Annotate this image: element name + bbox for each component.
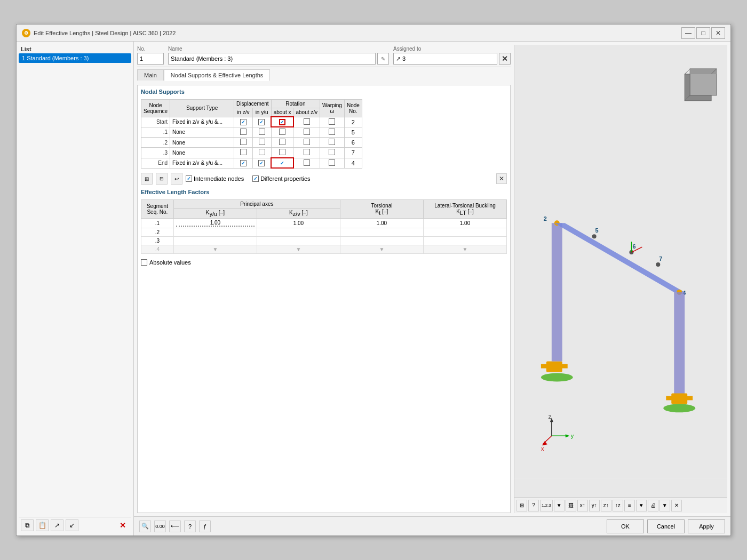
row-rotz-3[interactable] <box>293 148 320 158</box>
export-button[interactable]: ↗ <box>51 519 63 531</box>
checkbox[interactable] <box>240 119 247 125</box>
checkbox[interactable] <box>279 129 285 135</box>
ok-button[interactable]: OK <box>607 519 644 533</box>
row-dispz-2[interactable] <box>234 138 252 148</box>
row-dispy-start[interactable] <box>252 117 271 127</box>
row-dispy-1[interactable] <box>252 127 271 138</box>
no-input[interactable] <box>137 53 164 65</box>
add-row-button[interactable]: ⊞ <box>141 173 153 185</box>
sidebar-item-standard[interactable]: 1 Standard (Members : 3) <box>19 53 131 63</box>
checkbox[interactable] <box>259 149 265 155</box>
checkbox[interactable] <box>304 159 310 166</box>
view-tool-7[interactable]: z↑ <box>601 500 611 511</box>
checkbox[interactable] <box>304 118 310 125</box>
row-rotz-end[interactable] <box>293 158 320 168</box>
tab-main[interactable]: Main <box>137 69 164 81</box>
view-tool-6[interactable]: y↑ <box>589 500 600 511</box>
checkbox[interactable] <box>329 118 335 125</box>
view-tool-9[interactable]: ≡ <box>624 500 635 511</box>
different-properties-checkbox[interactable] <box>252 175 259 182</box>
row-dispz-1[interactable] <box>234 127 252 138</box>
row-rotz-2[interactable] <box>293 138 320 148</box>
bottom-icon-5[interactable]: ƒ <box>199 521 211 532</box>
tab-nodal[interactable]: Nodal Supports & Effective Lengths <box>164 69 270 81</box>
row-warp-2[interactable] <box>320 138 345 148</box>
checkbox[interactable] <box>304 149 310 155</box>
absolute-values-checkbox[interactable] <box>141 259 147 266</box>
delete-button[interactable]: ✕ <box>116 519 129 531</box>
row-rotx-1[interactable] <box>271 127 293 138</box>
view-tool-2[interactable]: ? <box>528 500 539 511</box>
checkbox[interactable] <box>279 160 285 166</box>
different-properties-label[interactable]: Different properties <box>252 175 310 182</box>
row-rotz-1[interactable] <box>293 127 320 138</box>
checkbox[interactable] <box>329 149 335 155</box>
assigned-to-x-button[interactable]: ✕ <box>499 53 511 65</box>
view-tool-8[interactable]: ↑z <box>613 500 623 511</box>
elf-kt-1[interactable] <box>340 219 423 228</box>
row-dispy-end[interactable] <box>252 158 271 168</box>
elf-kzv-1-input[interactable] <box>259 220 338 226</box>
row-rotx-end[interactable] <box>271 158 293 168</box>
checkbox[interactable] <box>259 139 265 145</box>
row-dispz-start[interactable] <box>234 117 252 127</box>
bottom-icon-2[interactable]: 0.00 <box>154 521 166 532</box>
row-dispy-3[interactable] <box>252 148 271 158</box>
edit-name-button[interactable]: ✎ <box>377 53 389 65</box>
intermediate-nodes-checkbox[interactable] <box>186 175 192 182</box>
checkbox[interactable] <box>329 129 335 135</box>
row-dispz-end[interactable] <box>234 158 252 168</box>
checkbox[interactable] <box>279 119 285 125</box>
checkbox[interactable] <box>240 160 247 166</box>
row-rotx-start[interactable] <box>271 117 293 127</box>
checkbox[interactable] <box>240 149 247 155</box>
elf-klt-1-input[interactable] <box>426 220 504 226</box>
cancel-button[interactable]: Cancel <box>647 519 685 533</box>
checkbox[interactable] <box>258 160 265 166</box>
bottom-icon-4[interactable]: ? <box>184 521 196 532</box>
minimize-button[interactable]: — <box>681 27 695 39</box>
checkbox[interactable] <box>279 139 285 145</box>
intermediate-nodes-label[interactable]: Intermediate nodes <box>186 175 244 182</box>
elf-kzv-1[interactable] <box>257 219 340 228</box>
row-dispz-3[interactable] <box>234 148 252 158</box>
row-dispy-2[interactable] <box>252 138 271 148</box>
row-rotz-start[interactable] <box>293 117 320 127</box>
view-tool-3[interactable]: 1.2.3 <box>540 500 553 511</box>
row-warp-start[interactable] <box>320 117 345 127</box>
view-tool-dropdown-1[interactable]: ▼ <box>554 500 565 511</box>
insert-row-button[interactable]: ⊟ <box>156 173 168 185</box>
checkbox[interactable] <box>304 139 310 145</box>
checkbox[interactable] <box>240 129 247 135</box>
checkbox[interactable] <box>329 159 335 166</box>
bottom-icon-3[interactable]: ⟵ <box>169 521 181 532</box>
view-tool-print[interactable]: 🖨 <box>648 500 658 511</box>
checkbox[interactable] <box>279 149 285 155</box>
close-button[interactable]: ✕ <box>711 27 725 39</box>
view-tool-dropdown-3[interactable]: ▼ <box>659 500 670 511</box>
row-warp-end[interactable] <box>320 158 345 168</box>
view-tool-close[interactable]: ✕ <box>671 500 682 511</box>
delete-row-button[interactable]: ↩ <box>171 173 182 185</box>
bottom-icon-1[interactable]: 🔍 <box>139 521 151 532</box>
checkbox[interactable] <box>259 129 265 135</box>
row-warp-3[interactable] <box>320 148 345 158</box>
row-rotx-3[interactable] <box>271 148 293 158</box>
view-tool-4[interactable]: 🖼 <box>566 500 576 511</box>
elf-kyu-1-input[interactable] <box>176 220 255 227</box>
import-button[interactable]: ↙ <box>66 519 78 531</box>
view-tool-5[interactable]: x↑ <box>577 500 588 511</box>
checkbox[interactable] <box>304 129 310 135</box>
elf-klt-1[interactable] <box>423 219 506 228</box>
checkbox[interactable] <box>240 139 247 145</box>
toolbar-close-button[interactable]: ✕ <box>496 173 507 184</box>
row-warp-1[interactable] <box>320 127 345 138</box>
apply-button[interactable]: Apply <box>688 519 725 533</box>
view-tool-1[interactable]: ⊞ <box>516 500 527 511</box>
paste-button[interactable]: 📋 <box>36 519 49 531</box>
copy-button[interactable]: ⧉ <box>21 519 34 531</box>
maximize-button[interactable]: □ <box>696 27 710 39</box>
assigned-to-input[interactable] <box>393 53 497 65</box>
checkbox[interactable] <box>258 119 265 125</box>
checkbox[interactable] <box>329 139 335 145</box>
